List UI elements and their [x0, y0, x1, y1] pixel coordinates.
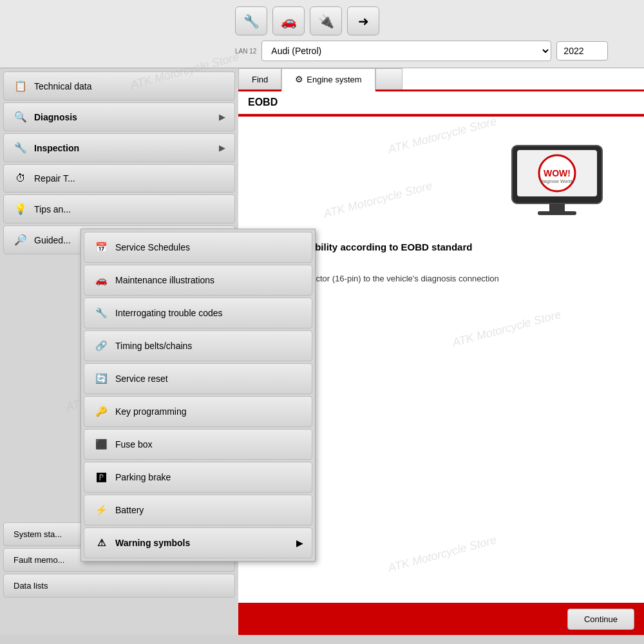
bottom-bar: Continue: [238, 603, 644, 635]
tab-extra[interactable]: [375, 68, 402, 90]
inspection-arrow: ▶: [219, 144, 225, 153]
technical-data-icon: 📋: [14, 80, 28, 92]
toolbar-btn-2[interactable]: 🚗: [272, 6, 305, 35]
toolbar-btn-1[interactable]: 🔧: [235, 6, 267, 35]
top-toolbar: 🔧 🚗 🔌 ➜ LAN 12 Audi (Petrol): [0, 0, 644, 68]
sidebar-item-diagnosis[interactable]: 🔍 Diagnosis ▶: [3, 102, 235, 131]
dropdown-item-service-schedules[interactable]: 📅 Service Schedules: [84, 232, 312, 263]
content-header: EOBD: [238, 91, 644, 114]
tips-icon: 💡: [14, 203, 28, 215]
dropdown-item-timing-belts[interactable]: 🔗 Timing belts/chains: [84, 330, 312, 361]
service-schedules-icon: 📅: [93, 240, 109, 255]
service-reset-icon: 🔄: [93, 371, 109, 386]
svg-text:WOW!: WOW!: [544, 168, 571, 178]
monitor-display: WOW! Diagnose Worlds: [506, 142, 609, 229]
lan-label: LAN 12: [235, 48, 256, 55]
toolbar-btn-4[interactable]: ➜: [347, 6, 379, 35]
maintenance-icon: 🚗: [93, 272, 109, 288]
sidebar-item-technical-data[interactable]: 📋 Technical data: [3, 71, 235, 100]
dropdown-item-interrogating-trouble-codes[interactable]: 🔧 Interrogating trouble codes: [84, 298, 312, 328]
dropdown-item-battery[interactable]: ⚡ Battery: [84, 495, 312, 526]
svg-rect-6: [538, 211, 576, 215]
sidebar-item-inspection[interactable]: 🔧 Inspection ▶: [3, 133, 235, 162]
inspection-dropdown: 📅 Service Schedules 🚗 Maintenance illust…: [80, 229, 316, 562]
dropdown-item-service-reset[interactable]: 🔄 Service reset: [84, 363, 312, 394]
vehicle-row: LAN 12 Audi (Petrol): [235, 41, 634, 61]
engine-icon: ⚙: [295, 74, 303, 84]
diagnosis-arrow: ▶: [219, 113, 225, 122]
battery-icon: ⚡: [93, 502, 109, 518]
tabs-row: Find ⚙ Engine system: [238, 68, 644, 91]
inspection-icon: 🔧: [14, 142, 28, 154]
icon-toolbar: 🔧 🚗 🔌 ➜: [235, 6, 634, 35]
svg-rect-5: [549, 204, 565, 211]
trouble-codes-icon: 🔧: [93, 305, 109, 321]
dropdown-item-parking-brake[interactable]: 🅿 Parking brake: [84, 462, 312, 493]
tab-engine-system[interactable]: ⚙ Engine system: [281, 68, 375, 91]
tab-find[interactable]: Find: [238, 68, 281, 90]
svg-text:Diagnose Worlds: Diagnose Worlds: [540, 179, 574, 184]
dropdown-item-maintenance-illustrations[interactable]: 🚗 Maintenance illustrations: [84, 265, 312, 296]
monitor-svg: WOW! Diagnose Worlds: [506, 142, 609, 226]
warning-symbols-arrow: ▶: [296, 538, 303, 548]
sidebar-item-tips[interactable]: 💡 Tips an...: [3, 194, 235, 223]
dropdown-item-key-programming[interactable]: 🔑 Key programming: [84, 396, 312, 427]
red-bar: [238, 114, 644, 117]
fuse-box-icon: ⬛: [93, 437, 109, 452]
parking-brake-icon: 🅿: [93, 469, 109, 485]
toolbar-btn-3[interactable]: 🔌: [310, 6, 342, 35]
timing-belts-icon: 🔗: [93, 338, 109, 354]
dropdown-item-fuse-box[interactable]: ⬛ Fuse box: [84, 429, 312, 460]
diagnosis-icon: 🔍: [14, 111, 28, 123]
sidebar-btn-data-lists[interactable]: Data lists: [3, 574, 235, 598]
warning-symbols-icon: ⚠: [93, 535, 109, 551]
repair-icon: ⏱: [14, 173, 28, 184]
continue-button[interactable]: Continue: [567, 609, 634, 630]
year-input[interactable]: [556, 41, 608, 61]
guided-icon: 🔎: [14, 234, 28, 246]
key-programming-icon: 🔑: [93, 404, 109, 419]
dropdown-item-warning-symbols[interactable]: ⚠ Warning symbols ▶: [84, 527, 312, 558]
vehicle-select[interactable]: Audi (Petrol): [261, 41, 551, 61]
sidebar-item-repair[interactable]: ⏱ Repair T...: [3, 164, 235, 193]
